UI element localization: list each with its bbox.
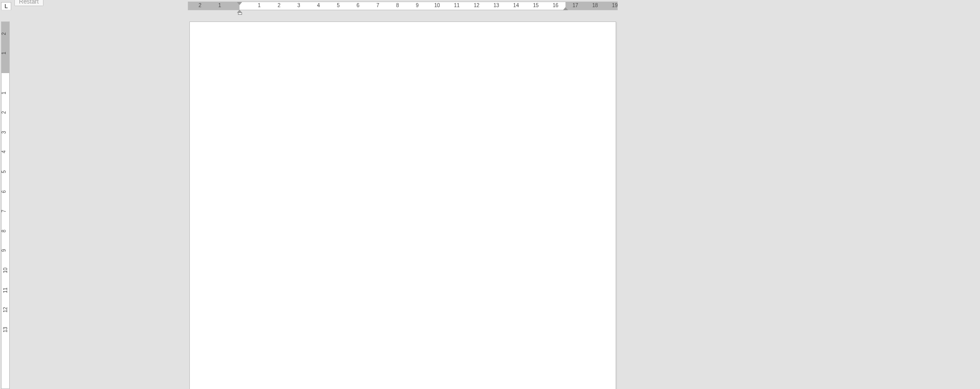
vruler-label: 3 xyxy=(1,131,7,134)
hruler-label: 18 xyxy=(592,3,598,8)
vruler-label: 4 xyxy=(1,151,7,154)
vruler-label: 13 xyxy=(3,327,8,332)
hruler-label: 16 xyxy=(553,3,558,8)
vruler-label: 8 xyxy=(1,230,7,233)
vruler-scale: 2112345678910111213 xyxy=(2,22,9,388)
vruler-label: 2 xyxy=(1,111,7,114)
hruler-scale: 2112345678910111213141516171819 xyxy=(188,2,617,10)
hruler-label: 12 xyxy=(474,3,480,8)
vruler-label: 2 xyxy=(1,32,7,35)
hruler-label: 3 xyxy=(297,3,300,8)
vruler-label: 12 xyxy=(3,307,8,313)
hruler-label: 10 xyxy=(434,3,440,8)
hruler-label: 5 xyxy=(337,3,340,8)
vruler-label: 6 xyxy=(1,190,7,193)
hruler-label: 2 xyxy=(199,3,202,8)
document-page[interactable] xyxy=(189,21,616,389)
hruler-label: 2 xyxy=(277,3,280,8)
tab-stop-type-button[interactable]: L xyxy=(1,2,11,10)
hruler-label: 11 xyxy=(454,3,460,8)
hruler-label: 4 xyxy=(317,3,320,8)
first-line-indent-marker[interactable] xyxy=(237,2,242,5)
left-indent-marker[interactable] xyxy=(237,10,242,13)
hruler-label: 14 xyxy=(513,3,519,8)
hruler-label: 19 xyxy=(612,3,618,8)
vruler-label: 1 xyxy=(1,91,7,95)
vruler-label: 1 xyxy=(1,52,7,55)
vruler-label: 10 xyxy=(3,267,8,273)
vruler-label: 5 xyxy=(1,170,7,173)
hruler-label: 1 xyxy=(258,3,261,8)
hruler-label: 7 xyxy=(376,3,379,8)
vertical-ruler[interactable]: 2112345678910111213 xyxy=(1,21,10,389)
hruler-label: 8 xyxy=(396,3,399,8)
hruler-label: 9 xyxy=(416,3,419,8)
hruler-label: 1 xyxy=(219,3,222,8)
hruler-label: 17 xyxy=(573,3,578,8)
restart-button[interactable]: Restart xyxy=(14,0,43,6)
hruler-label: 6 xyxy=(357,3,360,8)
vruler-label: 11 xyxy=(3,287,8,293)
hruler-label: 13 xyxy=(493,3,499,8)
horizontal-ruler[interactable]: 2112345678910111213141516171819 xyxy=(188,2,618,10)
vruler-label: 9 xyxy=(1,249,7,253)
right-indent-marker[interactable] xyxy=(563,7,568,10)
hruler-label: 15 xyxy=(533,3,538,8)
vruler-label: 7 xyxy=(1,210,7,213)
